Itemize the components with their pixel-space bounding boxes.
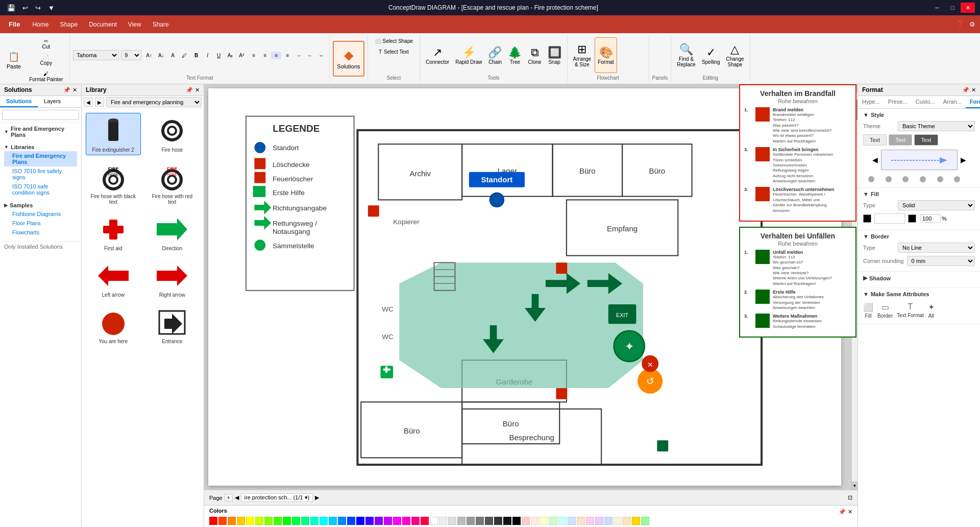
style-next-btn[interactable]: ▶ (961, 156, 966, 164)
color-black[interactable] (512, 517, 521, 525)
format-btn[interactable]: 🎨 Format (595, 37, 617, 73)
libraries-section-header[interactable]: ▼ Libraries (4, 143, 77, 151)
color-spring-green[interactable] (292, 517, 300, 525)
tree-btn[interactable]: 🌲 Tree (505, 44, 524, 66)
fill-type-select[interactable]: Solid None Gradient (898, 200, 975, 210)
colors-pin-btn[interactable]: 📌 (839, 509, 846, 515)
make-same-border-btn[interactable]: ▭ Border (877, 302, 893, 319)
library-fire-emergency[interactable]: Fire and Emergency Plans (4, 151, 77, 166)
theme-light-btn[interactable]: Text (863, 134, 887, 146)
library-item-right-arrow[interactable]: Right arrow (145, 258, 200, 300)
make-same-fill-btn[interactable]: ⬜ Fill (863, 302, 873, 319)
solutions-pin-btn[interactable]: 📌 (63, 87, 70, 93)
align-left-btn[interactable]: ≡ (249, 52, 259, 59)
library-item-fire-hose-red[interactable]: FIRE HOSE Fire hose with red text (145, 159, 200, 207)
color-medium-spring-green[interactable] (301, 517, 309, 525)
library-item-entrance[interactable]: Entrance (145, 304, 200, 347)
quick-undo-btn[interactable]: ↩ (20, 3, 30, 13)
fill-color-swatch[interactable] (874, 213, 905, 224)
color-light-cyan[interactable] (558, 517, 567, 525)
color-red[interactable] (209, 517, 217, 525)
color-peach[interactable] (531, 517, 539, 525)
color-light-pink-2[interactable] (586, 517, 594, 525)
minimize-btn[interactable]: ─ (930, 3, 944, 13)
color-hot-pink[interactable] (411, 517, 420, 525)
color-charcoal[interactable] (494, 517, 502, 525)
library-item-fire-hose-black[interactable]: FIRE HOSE Fire hose with black text (86, 159, 141, 207)
outdent-btn[interactable]: ← (305, 52, 315, 59)
color-blue-2[interactable] (347, 517, 355, 525)
page-add-btn[interactable]: + (225, 494, 233, 501)
library-item-direction[interactable]: Direction (145, 211, 200, 254)
library-dropdown[interactable]: Fire and emergency planning (106, 97, 202, 107)
color-white[interactable] (430, 517, 438, 525)
library-pin-btn[interactable]: 📌 (186, 87, 193, 93)
tab-solutions[interactable]: Solutions (0, 96, 38, 107)
sample-floor[interactable]: Floor Plans (4, 219, 77, 228)
color-cyan-2[interactable] (310, 517, 318, 525)
color-periwinkle[interactable] (604, 517, 612, 525)
sub-btn[interactable]: A₂ (225, 52, 236, 59)
snap-btn[interactable]: 🔲 Snap (545, 44, 564, 66)
text-bg-btn[interactable]: 🖊 (179, 52, 189, 59)
font-color-btn[interactable]: A (168, 52, 178, 59)
color-yellow-green[interactable] (255, 517, 263, 525)
font-shrink-btn[interactable]: A↓ (156, 52, 167, 59)
format-close-btn[interactable]: ✕ (971, 87, 976, 93)
maximize-btn[interactable]: □ (945, 3, 960, 13)
color-light-blue[interactable] (568, 517, 576, 525)
library-iso-fire[interactable]: ISO 7010 fire safety signs (4, 166, 77, 182)
format-painter-btn[interactable]: 🖌 Format Painter (26, 69, 66, 84)
style-prev-btn[interactable]: ◀ (872, 156, 878, 164)
color-pale-green[interactable] (641, 517, 649, 525)
clone-btn[interactable]: ⧉ Clone (525, 44, 544, 66)
style-collapse-icon[interactable]: ▼ (863, 112, 869, 118)
fill-collapse-icon[interactable]: ▼ (863, 191, 869, 197)
menu-share[interactable]: Share (148, 19, 174, 30)
color-near-white[interactable] (439, 517, 447, 525)
find-replace-btn[interactable]: 🔍 Find &Replace (674, 37, 698, 73)
italic-btn[interactable]: I (203, 52, 213, 59)
color-dark-gray[interactable] (476, 517, 484, 525)
color-light-pink[interactable] (522, 517, 530, 525)
corner-select[interactable]: 0 mm 1 mm 2 mm (907, 256, 975, 266)
rapid-draw-btn[interactable]: ⚡ Rapid Draw (453, 44, 484, 66)
color-light-orange[interactable] (577, 517, 585, 525)
menu-home[interactable]: Home (27, 19, 54, 30)
library-item-left-arrow[interactable]: Left arrow (86, 258, 141, 300)
theme-select[interactable]: Basic Theme Classic Theme Modern Theme (898, 121, 975, 131)
library-forward-btn[interactable]: ▶ (95, 98, 104, 107)
color-dodger-blue[interactable] (338, 517, 346, 525)
style-dot-2[interactable] (886, 176, 892, 182)
fill-color-arrow-right[interactable] (908, 214, 916, 223)
color-cyan[interactable] (320, 517, 328, 525)
indent-btn[interactable]: → (293, 52, 304, 59)
justify-btn[interactable]: ≡ (282, 52, 292, 59)
arrange-size-btn[interactable]: ⊞ Arrange& Size (571, 37, 594, 73)
page-info[interactable]: ire protection sch... (1/1 ▾) (241, 493, 313, 502)
color-indigo[interactable] (365, 517, 374, 525)
library-item-you-are-here[interactable]: You are here (86, 304, 141, 347)
color-near-black[interactable] (503, 517, 511, 525)
expand-btn[interactable]: ↔ (316, 52, 326, 59)
library-item-fire-hose[interactable]: Fire hose (145, 113, 200, 155)
menu-view[interactable]: View (123, 19, 146, 30)
fire-brandfall-box[interactable]: Verhalten im Brandfall Ruhe bewahren 1. … (739, 84, 856, 222)
align-right-btn[interactable]: ≡ (271, 52, 281, 59)
solutions-search-input[interactable] (2, 110, 79, 120)
color-lime[interactable] (283, 517, 291, 525)
make-same-collapse-icon[interactable]: ▼ (863, 291, 869, 297)
accident-box[interactable]: Verhalten bei Unfällen Ruhe bewahren 1. … (739, 227, 856, 338)
format-pin-btn[interactable]: 📌 (962, 87, 969, 93)
font-name-select[interactable]: Tahoma (73, 50, 119, 60)
color-light-green[interactable] (264, 517, 273, 525)
color-very-dark-gray[interactable] (485, 517, 493, 525)
tab-prese[interactable]: Prese... (884, 96, 912, 108)
solutions-btn[interactable]: ◆ Solutions (333, 41, 364, 77)
sample-fishbone[interactable]: Fishbone Diagrams (4, 209, 77, 219)
bold-btn[interactable]: B (191, 52, 202, 59)
style-dot-1[interactable] (868, 176, 874, 182)
page-nav-left[interactable]: ◀ (235, 494, 239, 501)
help-btn[interactable]: ❓ (954, 19, 966, 29)
color-gold[interactable] (237, 517, 245, 525)
